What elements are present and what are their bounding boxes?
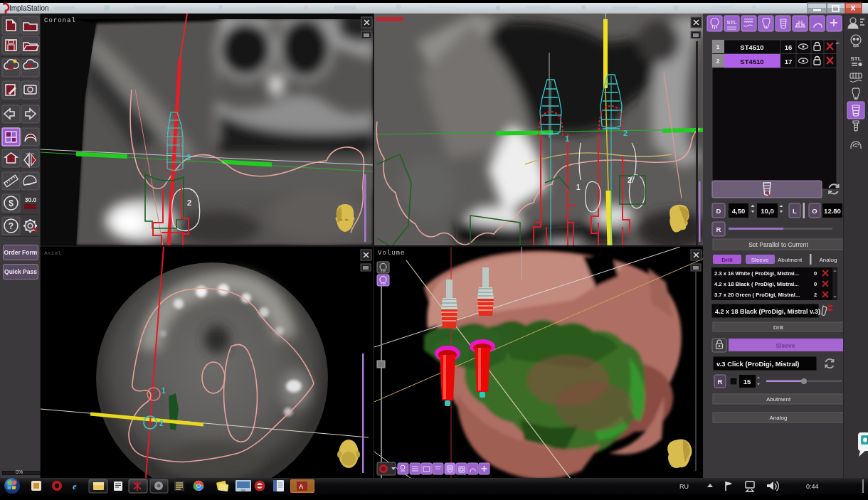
- svg-text:15: 15: [743, 378, 751, 385]
- svg-text:0: 0: [814, 270, 817, 277]
- svg-text:1: 1: [565, 134, 569, 143]
- svg-text:2.3 x 16 White ( ProDigi, Mis: 2.3 x 16 White ( ProDigi, Mistral...: [714, 270, 799, 277]
- svg-text:Drill: Drill: [773, 324, 783, 331]
- svg-text:v.3 Click (ProDigi, Mistral): v.3 Click (ProDigi, Mistral): [716, 360, 800, 368]
- svg-text:R: R: [716, 225, 721, 233]
- svg-text:1: 1: [716, 43, 719, 50]
- svg-text:30.0: 30.0: [25, 196, 37, 203]
- svg-text:Sleeve: Sleeve: [751, 257, 769, 263]
- svg-text:4,50: 4,50: [732, 207, 746, 215]
- svg-text:RU: RU: [679, 483, 689, 490]
- svg-text:Volume: Volume: [378, 250, 405, 257]
- svg-text:Set Parallel to Current: Set Parallel to Current: [748, 241, 808, 248]
- svg-text:3.7 x 20 Green ( ProDigi, Mis: 3.7 x 20 Green ( ProDigi, Mistral...: [714, 292, 800, 298]
- svg-text:1: 1: [576, 183, 581, 191]
- svg-text:Drill: Drill: [721, 257, 733, 263]
- svg-text:R: R: [718, 378, 723, 385]
- svg-text:0:44: 0:44: [806, 483, 819, 490]
- svg-text:2: 2: [186, 153, 191, 161]
- svg-text:16: 16: [785, 43, 793, 51]
- svg-text:2: 2: [187, 198, 191, 207]
- svg-text:4.2 x 18 Black ( ProDigi, Mis: 4.2 x 18 Black ( ProDigi, Mistral...: [714, 281, 799, 287]
- svg-text:ST4510: ST4510: [740, 58, 763, 65]
- svg-text:2: 2: [159, 420, 164, 427]
- svg-text:A: A: [299, 483, 304, 490]
- svg-text:$: $: [9, 198, 14, 208]
- svg-text:2: 2: [628, 176, 632, 184]
- svg-text:10,0: 10,0: [761, 207, 774, 215]
- svg-text:17: 17: [785, 58, 793, 65]
- svg-text:4.2 x 18 Black (ProDigi, Mist: 4.2 x 18 Black (ProDigi, Mistral v.3): [715, 308, 820, 315]
- svg-text:2: 2: [623, 129, 628, 137]
- svg-text:e: e: [73, 481, 77, 491]
- svg-text:12.80: 12.80: [824, 207, 841, 215]
- svg-text:L: L: [793, 207, 797, 215]
- svg-text:O: O: [812, 207, 817, 215]
- svg-text:Abutment: Abutment: [778, 257, 803, 263]
- svg-text:?: ?: [9, 221, 14, 231]
- svg-text:Analog: Analog: [770, 415, 788, 421]
- svg-text:Axial: Axial: [44, 250, 61, 256]
- svg-text:1: 1: [162, 387, 166, 395]
- svg-text:2: 2: [716, 58, 719, 65]
- svg-text:Coronal: Coronal: [44, 17, 76, 24]
- svg-text:0: 0: [814, 281, 817, 287]
- svg-text:Analog: Analog: [820, 257, 837, 263]
- svg-text:Sleeve: Sleeve: [776, 342, 795, 349]
- svg-text:ST4510: ST4510: [740, 43, 763, 51]
- svg-text:STL: STL: [850, 55, 861, 62]
- svg-text:Abutment: Abutment: [766, 396, 791, 403]
- svg-text:STL: STL: [726, 19, 737, 26]
- svg-text:2: 2: [814, 292, 817, 298]
- svg-text:D: D: [716, 207, 721, 215]
